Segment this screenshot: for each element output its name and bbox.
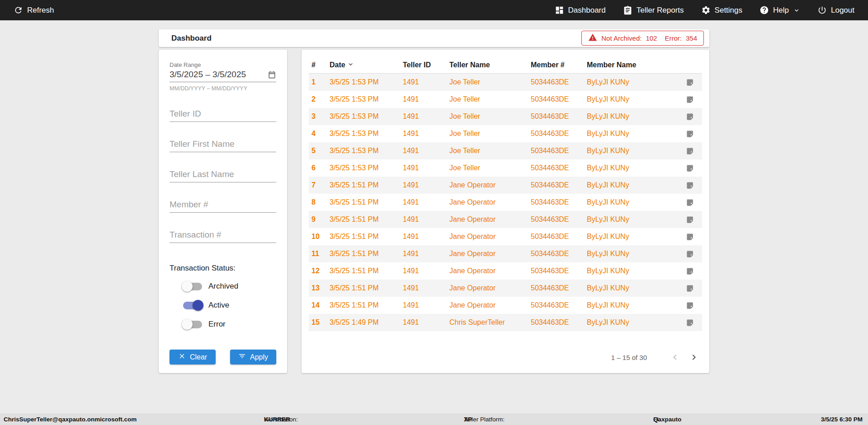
row-teller-id: 1491 <box>400 181 447 189</box>
row-date: 3/5/25 1:51 PM <box>327 233 400 241</box>
teller-last-name-input[interactable] <box>170 169 276 182</box>
next-page-button[interactable] <box>689 352 699 363</box>
alert-badge[interactable]: Not Archived: 102 Error: 354 <box>581 31 704 46</box>
error-toggle[interactable]: Error <box>170 319 276 330</box>
table-row[interactable]: 14 3/5/25 1:51 PM 1491 Jane Operator 503… <box>309 297 702 314</box>
note-icon[interactable] <box>675 318 702 327</box>
row-member-number: 5034463DE <box>528 198 584 206</box>
row-member-name: ByLyJI KUNy <box>584 267 675 275</box>
note-icon[interactable] <box>675 250 702 258</box>
table-row[interactable]: 2 3/5/25 1:53 PM 1491 Joe Teller 5034463… <box>309 91 702 108</box>
row-member-number: 5034463DE <box>528 215 584 224</box>
current-datetime: 3/5/25 6:30 PM <box>821 416 863 423</box>
error-label: Error: <box>665 34 682 42</box>
note-icon[interactable] <box>675 147 702 155</box>
table-row[interactable]: 12 3/5/25 1:51 PM 1491 Jane Operator 503… <box>309 262 702 280</box>
archived-switch[interactable] <box>183 283 202 290</box>
active-toggle[interactable]: Active <box>170 300 276 311</box>
table-row[interactable]: 15 3/5/25 1:49 PM 1491 Chris SuperTeller… <box>309 314 702 331</box>
archived-toggle[interactable]: Archived <box>170 281 276 292</box>
note-icon[interactable] <box>675 233 702 241</box>
warning-icon <box>588 33 597 43</box>
row-member-name: ByLyJI KUNy <box>584 78 675 86</box>
teller-first-name-input[interactable] <box>170 139 276 152</box>
nav-help[interactable]: Help <box>760 5 800 15</box>
row-teller-name: Joe Teller <box>447 112 528 121</box>
row-member-number: 5034463DE <box>528 267 584 275</box>
table-row[interactable]: 11 3/5/25 1:51 PM 1491 Jane Operator 503… <box>309 245 702 262</box>
sort-down-icon <box>347 61 354 70</box>
note-icon[interactable] <box>675 130 702 138</box>
table-row[interactable]: 4 3/5/25 1:53 PM 1491 Joe Teller 5034463… <box>309 125 702 142</box>
nav-logout[interactable]: Logout <box>817 5 854 15</box>
col-teller-name: Teller Name <box>447 61 528 69</box>
teller-id-input[interactable] <box>170 109 276 122</box>
nav-logout-label: Logout <box>831 6 854 15</box>
table-row[interactable]: 6 3/5/25 1:53 PM 1491 Joe Teller 5034463… <box>309 159 702 177</box>
row-date: 3/5/25 1:53 PM <box>327 164 400 172</box>
nav-settings[interactable]: Settings <box>701 5 742 15</box>
error-toggle-label: Error <box>208 320 226 329</box>
not-archived-count: 102 <box>646 34 657 42</box>
note-icon[interactable] <box>675 301 702 310</box>
row-member-name: ByLyJI KUNy <box>584 95 675 103</box>
table-row[interactable]: 13 3/5/25 1:51 PM 1491 Jane Operator 503… <box>309 280 702 297</box>
page-header: Dashboard Not Archived: 102 Error: 354 <box>159 29 709 47</box>
row-date: 3/5/25 1:53 PM <box>327 112 400 121</box>
note-icon[interactable] <box>675 181 702 190</box>
row-teller-name: Jane Operator <box>447 250 528 258</box>
row-member-number: 5034463DE <box>528 78 584 86</box>
logged-in-user: ChrisSuperTeller@qaxpauto.onmicrosoft.co… <box>4 416 137 423</box>
col-date-sort[interactable]: Date <box>327 61 400 70</box>
apply-button[interactable]: Apply <box>230 350 276 364</box>
row-member-name: ByLyJI KUNy <box>584 233 675 241</box>
row-date: 3/5/25 1:53 PM <box>327 147 400 155</box>
row-teller-id: 1491 <box>400 130 447 138</box>
note-icon[interactable] <box>675 112 702 121</box>
table-row[interactable]: 3 3/5/25 1:53 PM 1491 Joe Teller 5034463… <box>309 108 702 125</box>
error-switch[interactable] <box>183 321 202 328</box>
row-teller-name: Joe Teller <box>447 164 528 172</box>
row-date: 3/5/25 1:53 PM <box>327 95 400 103</box>
row-teller-id: 1491 <box>400 250 447 258</box>
transaction-number-input[interactable] <box>170 230 276 243</box>
note-icon[interactable] <box>675 164 702 173</box>
previous-page-button[interactable] <box>670 352 680 363</box>
active-toggle-label: Active <box>208 301 229 310</box>
row-member-name: ByLyJI KUNy <box>584 130 675 138</box>
table-row[interactable]: 10 3/5/25 1:51 PM 1491 Jane Operator 503… <box>309 228 702 245</box>
col-date-label: Date <box>330 61 345 69</box>
note-icon[interactable] <box>675 215 702 224</box>
row-date: 3/5/25 1:53 PM <box>327 78 400 86</box>
nav-help-label: Help <box>773 6 789 15</box>
row-member-name: ByLyJI KUNy <box>584 284 675 292</box>
member-number-input[interactable] <box>170 200 276 213</box>
table-row[interactable]: 5 3/5/25 1:53 PM 1491 Joe Teller 5034463… <box>309 142 702 159</box>
note-icon[interactable] <box>675 267 702 276</box>
active-switch[interactable] <box>183 302 202 309</box>
row-teller-name: Jane Operator <box>447 267 528 275</box>
note-icon[interactable] <box>675 198 702 207</box>
row-teller-name: Jane Operator <box>447 284 528 292</box>
note-icon[interactable] <box>675 284 702 293</box>
row-date: 3/5/25 1:51 PM <box>327 215 400 224</box>
date-range-input[interactable] <box>170 70 268 79</box>
row-date: 3/5/25 1:51 PM <box>327 284 400 292</box>
clear-button[interactable]: Clear <box>170 350 216 364</box>
row-member-number: 5034463DE <box>528 233 584 241</box>
table-row[interactable]: 9 3/5/25 1:51 PM 1491 Jane Operator 5034… <box>309 211 702 228</box>
table-row[interactable]: 8 3/5/25 1:51 PM 1491 Jane Operator 5034… <box>309 194 702 211</box>
note-icon[interactable] <box>675 95 702 104</box>
refresh-button[interactable]: Refresh <box>14 5 54 15</box>
nav-dashboard[interactable]: Dashboard <box>555 5 606 15</box>
table-row[interactable]: 1 3/5/25 1:53 PM 1491 Joe Teller 5034463… <box>309 74 702 91</box>
pagination-range: 1 – 15 of 30 <box>611 354 647 361</box>
note-icon[interactable] <box>675 78 702 87</box>
row-teller-id: 1491 <box>400 95 447 103</box>
calendar-icon[interactable] <box>268 70 276 79</box>
row-date: 3/5/25 1:51 PM <box>327 267 400 275</box>
row-member-number: 5034463DE <box>528 130 584 138</box>
power-icon <box>817 5 827 15</box>
nav-teller-reports[interactable]: Teller Reports <box>623 5 684 15</box>
table-row[interactable]: 7 3/5/25 1:51 PM 1491 Jane Operator 5034… <box>309 177 702 194</box>
